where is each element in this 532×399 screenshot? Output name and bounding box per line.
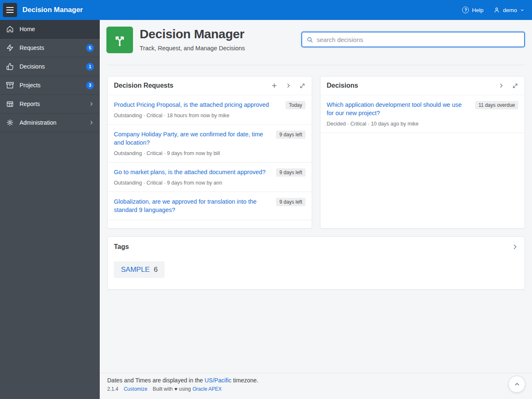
top-header: Decision Manager ? Help demo xyxy=(0,0,532,20)
app-title: Decision Manager xyxy=(22,6,83,14)
chevron-right-icon xyxy=(89,120,94,125)
scroll-to-top-button[interactable] xyxy=(508,376,525,393)
decision-link[interactable]: Which application development tool shoul… xyxy=(327,101,470,118)
page-footer: Dates and Times are displayed in the US/… xyxy=(100,373,532,399)
hamburger-menu-icon[interactable] xyxy=(3,3,17,17)
timezone-link[interactable]: US/Pacific xyxy=(204,377,232,384)
list-item: Globalization, are we approved for trans… xyxy=(108,192,312,221)
chevron-down-icon xyxy=(520,8,525,12)
help-icon: ? xyxy=(462,7,469,13)
list-item: Which application development tool shoul… xyxy=(320,95,525,133)
sidebar-item-label: Requests xyxy=(20,44,44,51)
sidebar-nav: Home Requests 5 Decisions 1 Projects 3 R… xyxy=(0,20,100,399)
tags-card: Tags SAMPLE 6 xyxy=(107,236,525,290)
plus-icon xyxy=(271,82,278,89)
open-decisions-button[interactable] xyxy=(498,83,504,89)
timezone-suffix: timezone. xyxy=(233,377,259,384)
add-request-button[interactable] xyxy=(271,82,278,89)
sidebar-item-label: Decisions xyxy=(20,63,45,70)
open-tags-button[interactable] xyxy=(512,244,518,250)
version-label: 2.1.4 xyxy=(107,386,118,392)
main-content: Decision Manager Track, Request, and Man… xyxy=(100,20,532,373)
projects-count-badge: 3 xyxy=(86,81,94,89)
request-link[interactable]: Globalization, are we approved for trans… xyxy=(114,197,271,214)
sidebar-item-home[interactable]: Home xyxy=(0,20,100,39)
request-link[interactable]: Company Holiday Party, are we confirmed … xyxy=(114,130,271,147)
sidebar-item-label: Reports xyxy=(20,101,40,107)
sidebar-item-label: Administration xyxy=(20,119,57,126)
chevron-right-icon xyxy=(498,83,504,89)
sidebar-item-decisions[interactable]: Decisions 1 xyxy=(0,57,100,76)
app-logo-icon xyxy=(106,27,133,53)
card-title: Decision Requests xyxy=(114,82,173,89)
list-item: Go to market plans, is the attached docu… xyxy=(108,163,312,192)
sidebar-item-reports[interactable]: Reports xyxy=(0,95,100,113)
expand-decisions-button[interactable] xyxy=(512,83,518,89)
help-label: Help xyxy=(472,7,483,13)
customize-link[interactable]: Customize xyxy=(124,386,148,392)
card-title: Tags xyxy=(114,243,129,251)
tag-label: SAMPLE xyxy=(121,266,150,274)
page-subtitle: Track, Request, and Manage Decisions xyxy=(140,45,245,52)
request-meta: Outstanding · Critical · 9 days from now… xyxy=(114,150,305,156)
search-icon xyxy=(306,36,313,43)
overdue-badge: 11 days overdue xyxy=(475,101,518,109)
due-badge: 9 days left xyxy=(276,168,305,177)
table-icon xyxy=(6,100,14,108)
user-label: demo xyxy=(503,7,517,13)
timezone-prefix: Dates and Times are displayed in the xyxy=(107,377,203,384)
expand-requests-button[interactable] xyxy=(299,83,305,89)
due-badge: 9 days left xyxy=(276,131,305,139)
search-input[interactable] xyxy=(317,36,524,43)
lightning-icon xyxy=(6,44,14,52)
list-item: Product Pricing Proposal, is the attache… xyxy=(108,95,312,125)
user-icon xyxy=(493,7,500,13)
requests-count-badge: 5 xyxy=(86,44,94,52)
built-mid: using xyxy=(179,386,191,392)
timezone-note: Dates and Times are displayed in the US/… xyxy=(107,377,532,384)
card-title: Decisions xyxy=(327,82,358,89)
request-meta: Outstanding · Critical · 9 days from now… xyxy=(114,180,305,186)
chevron-right-icon xyxy=(89,101,94,106)
page-title: Decision Manager xyxy=(140,27,245,41)
box-icon xyxy=(6,81,14,89)
request-link[interactable]: Product Pricing Proposal, is the attache… xyxy=(114,101,281,109)
decisions-card: Decisions Which application development … xyxy=(320,76,525,229)
due-badge: 9 days left xyxy=(276,198,305,206)
oracle-apex-link[interactable]: Oracle APEX xyxy=(192,386,222,392)
page-header: Decision Manager Track, Request, and Man… xyxy=(100,20,532,65)
built-prefix: Built with xyxy=(153,386,172,392)
tag-sample[interactable]: SAMPLE 6 xyxy=(114,261,165,278)
heart-icon: ♥ xyxy=(174,386,177,392)
thumbs-up-icon xyxy=(6,63,14,70)
user-menu[interactable]: demo xyxy=(493,7,525,13)
home-icon xyxy=(6,25,14,33)
sidebar-item-projects[interactable]: Projects 3 xyxy=(0,76,100,95)
expand-icon xyxy=(299,83,305,89)
built-with-note: Built with ♥ using Oracle APEX xyxy=(153,386,222,392)
sidebar-item-label: Projects xyxy=(20,82,41,89)
tag-count: 6 xyxy=(154,266,158,274)
decisions-count-badge: 1 xyxy=(86,63,94,71)
open-requests-button[interactable] xyxy=(286,83,291,89)
chevron-right-icon xyxy=(286,83,291,89)
due-badge: Today xyxy=(286,101,305,109)
decision-requests-card: Decision Requests Product Prici xyxy=(107,76,312,229)
decision-meta: Decided · Critical · 10 days ago by mike xyxy=(327,121,518,127)
sidebar-item-label: Home xyxy=(20,26,35,32)
expand-icon xyxy=(512,83,518,89)
sidebar-item-requests[interactable]: Requests 5 xyxy=(0,39,100,57)
request-meta: Outstanding · Critical · 18 hours from n… xyxy=(114,113,305,118)
help-button[interactable]: ? Help xyxy=(462,7,483,13)
request-link[interactable]: Go to market plans, is the attached docu… xyxy=(114,168,271,176)
list-item: Company Holiday Party, are we confirmed … xyxy=(108,125,312,163)
chevron-up-icon xyxy=(514,381,520,388)
gear-icon xyxy=(6,119,14,126)
search-box xyxy=(301,32,525,47)
sidebar-item-administration[interactable]: Administration xyxy=(0,113,100,132)
chevron-right-icon xyxy=(512,244,518,250)
